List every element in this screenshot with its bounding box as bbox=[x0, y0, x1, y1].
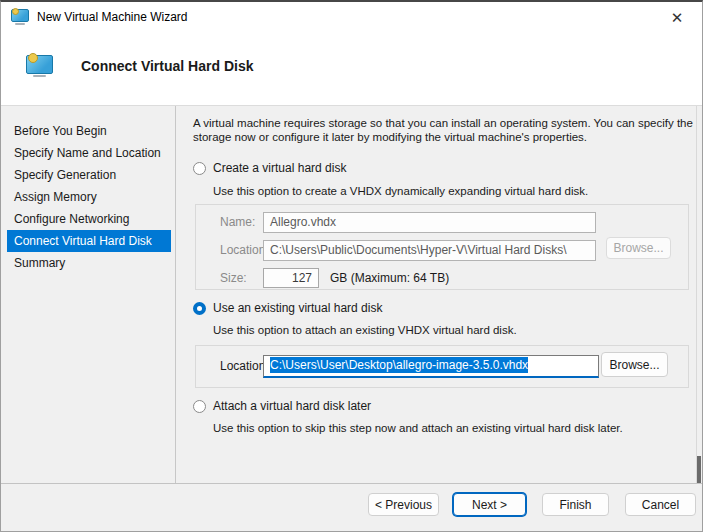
sidebar-item-summary[interactable]: Summary bbox=[1, 252, 171, 274]
existing-browse-button[interactable]: Browse... bbox=[601, 352, 668, 377]
sidebar-item-specify-generation[interactable]: Specify Generation bbox=[1, 164, 171, 186]
radio-create-virtual-hard-disk[interactable] bbox=[193, 162, 206, 175]
sidebar-item-assign-memory[interactable]: Assign Memory bbox=[1, 186, 171, 208]
content-pane: A virtual machine requires storage so th… bbox=[177, 106, 697, 483]
create-description: Use this option to create a VHDX dynamic… bbox=[213, 185, 588, 197]
existing-description: Use this option to attach an existing VH… bbox=[213, 324, 517, 336]
footer: < Previous Next > Finish Cancel bbox=[1, 483, 702, 531]
existing-location-field[interactable]: C:\Users\User\Desktop\allegro-image-3.5.… bbox=[263, 355, 599, 378]
sidebar-item-configure-networking[interactable]: Configure Networking bbox=[1, 208, 171, 230]
create-location-field[interactable]: C:\Users\Public\Documents\Hyper-V\Virtua… bbox=[263, 240, 596, 261]
create-groupbox: Name: Allegro.vhdx Location: C:\Users\Pu… bbox=[195, 204, 689, 290]
sidebar-item-specify-name-location[interactable]: Specify Name and Location bbox=[1, 142, 171, 164]
sidebar-item-connect-virtual-hard-disk[interactable]: Connect Virtual Hard Disk bbox=[7, 230, 171, 252]
sidebar-item-before-you-begin[interactable]: Before You Begin bbox=[1, 120, 171, 142]
cancel-button[interactable]: Cancel bbox=[625, 493, 696, 516]
titlebar: New Virtual Machine Wizard ✕ bbox=[1, 2, 702, 32]
previous-button[interactable]: < Previous bbox=[368, 493, 439, 516]
radio-create-label[interactable]: Create a virtual hard disk bbox=[213, 161, 346, 175]
app-icon bbox=[11, 9, 29, 25]
create-browse-button[interactable]: Browse... bbox=[606, 237, 671, 259]
sidebar: Before You Begin Specify Name and Locati… bbox=[1, 106, 176, 483]
header-icon bbox=[26, 55, 53, 77]
finish-button[interactable]: Finish bbox=[542, 493, 609, 516]
name-label: Name: bbox=[220, 215, 255, 229]
existing-location-label: Location: bbox=[220, 359, 269, 373]
radio-later-label[interactable]: Attach a virtual hard disk later bbox=[213, 399, 371, 413]
wizard-body: Before You Begin Specify Name and Locati… bbox=[1, 106, 702, 483]
size-suffix: GB (Maximum: 64 TB) bbox=[330, 271, 449, 285]
name-field[interactable]: Allegro.vhdx bbox=[263, 212, 596, 233]
create-location-label: Location: bbox=[220, 243, 269, 257]
scrollbar-thumb[interactable] bbox=[697, 456, 701, 486]
page-title: Connect Virtual Hard Disk bbox=[81, 58, 253, 74]
existing-groupbox: Location: C:\Users\User\Desktop\allegro-… bbox=[195, 345, 689, 388]
close-icon[interactable]: ✕ bbox=[660, 5, 694, 30]
selected-path-text: C:\Users\User\Desktop\allegro-image-3.5.… bbox=[270, 357, 528, 373]
size-label: Size: bbox=[220, 271, 247, 285]
next-button[interactable]: Next > bbox=[453, 493, 526, 516]
wizard-dialog: New Virtual Machine Wizard ✕ Connect Vir… bbox=[0, 0, 703, 532]
wizard-header: Connect Virtual Hard Disk bbox=[1, 32, 702, 106]
intro-text: A virtual machine requires storage so th… bbox=[193, 116, 695, 144]
radio-existing-label[interactable]: Use an existing virtual hard disk bbox=[213, 301, 382, 315]
later-description: Use this option to skip this step now an… bbox=[213, 422, 623, 434]
window-title: New Virtual Machine Wizard bbox=[37, 10, 188, 24]
radio-use-existing-virtual-hard-disk[interactable] bbox=[193, 302, 206, 315]
size-field[interactable]: 127 bbox=[263, 268, 319, 288]
radio-attach-later[interactable] bbox=[193, 400, 206, 413]
